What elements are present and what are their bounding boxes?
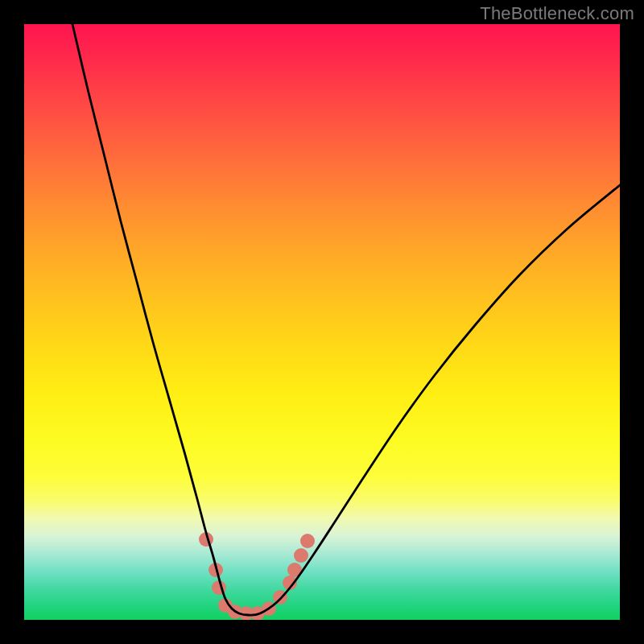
curve-marker — [228, 605, 242, 619]
curve-marker — [208, 563, 223, 577]
chart-plot-area — [24, 24, 620, 620]
curve-marker — [239, 606, 254, 620]
curve-marker — [300, 534, 315, 548]
curve-marker — [287, 563, 302, 577]
curve-marker — [294, 548, 308, 563]
curve-marker — [212, 580, 226, 595]
curve-marker — [283, 576, 297, 590]
curve-marker — [262, 601, 276, 616]
curve-marker — [250, 606, 265, 620]
markers-group — [199, 532, 315, 620]
chart-frame: TheBottleneck.com — [0, 0, 644, 644]
curve-marker — [199, 532, 213, 547]
bottleneck-curve — [72, 24, 620, 615]
curve-marker — [273, 590, 287, 605]
chart-svg — [24, 24, 620, 620]
curve-marker — [218, 598, 233, 613]
watermark-text: TheBottleneck.com — [480, 3, 634, 24]
